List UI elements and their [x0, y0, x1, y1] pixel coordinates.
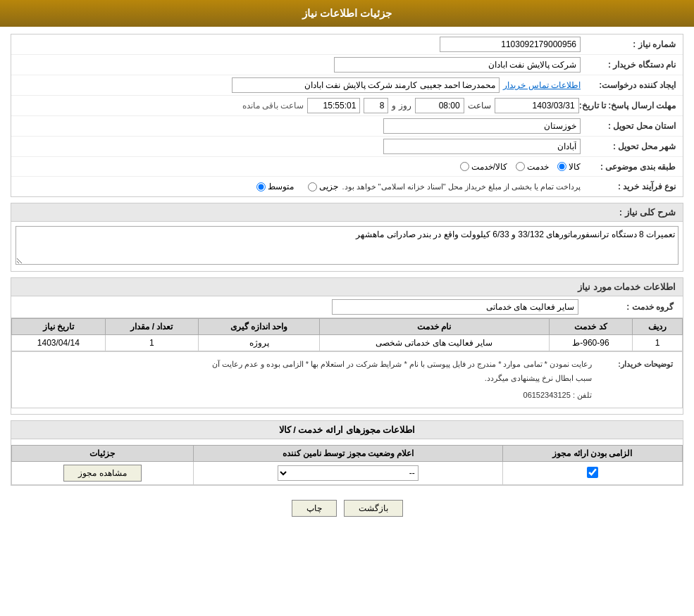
sharh-textarea[interactable]	[16, 226, 678, 265]
shahr-row: شهر محل تحویل :	[11, 137, 683, 157]
tabaghe-value-cell: کالا/خدمت خدمت کالا	[15, 162, 581, 172]
cell-kod: 960-96-ط	[549, 335, 633, 351]
mohlat-time-input[interactable]	[415, 98, 464, 113]
tabaghe-row: طبقه بندی موضوعی : کالا/خدمت خدمت کالا	[11, 157, 683, 177]
mohlat-saaat-label: ساعت	[468, 101, 491, 111]
process-note: پرداخت تمام یا بخشی از مبلغ خریداز محل "…	[342, 182, 581, 191]
sharh-content	[11, 222, 683, 271]
cell-name: سایر فعالیت های خدماتی شخصی	[320, 335, 550, 351]
khadamat-section: اطلاعات خدمات مورد نیاز گروه خدمت : ردیف…	[11, 277, 683, 415]
license-col-joziat: جزئیات	[12, 446, 194, 462]
mohlat-label: مهلت ارسال پاسخ: تا تاریخ:	[579, 101, 679, 111]
license-table-wrapper: الزامی بودن ارائه مجوز اعلام وضعیت مجوز …	[11, 439, 683, 485]
buyer-notes-phone-row: تلفن : 06152343125	[18, 389, 592, 403]
ostan-row: استان محل تحویل :	[11, 116, 683, 137]
group-khedmat-value-cell	[17, 299, 578, 315]
tabaghe-radio-kala[interactable]	[557, 162, 566, 171]
print-button[interactable]: چاپ	[292, 500, 337, 517]
buyer-notes-line1: رعایت نمودن * تمامی موارد * مندرج در فای…	[18, 358, 592, 372]
process-radio-jozii[interactable]	[308, 182, 317, 191]
mohlat-days-label: روز و	[392, 101, 411, 111]
back-button[interactable]: بازگشت	[344, 500, 403, 517]
ostan-input[interactable]	[383, 118, 581, 134]
mohlat-days-input[interactable]	[364, 98, 388, 113]
shahr-value-cell	[15, 139, 581, 154]
mohlat-date-input[interactable]	[495, 98, 579, 113]
cell-tedad: 1	[105, 335, 199, 351]
tabaghe-option-kala: کالا	[557, 162, 581, 172]
license-title: اطلاعات مجوزهای ارائه خدمت / کالا	[11, 421, 683, 439]
mohlat-value-cell: ساعت روز و ساعت باقی مانده	[15, 98, 579, 113]
col-vahed: واحد اندازه گیری	[199, 319, 320, 335]
cell-radif: 1	[633, 335, 683, 351]
col-name: نام خدمت	[320, 319, 550, 335]
khadamat-title: اطلاعات خدمات مورد نیاز	[11, 278, 683, 296]
no-farayand-label: نوع فرآیند خرید :	[581, 182, 679, 191]
tabaghe-kala-label: کالا	[569, 162, 581, 172]
ostan-label: استان محل تحویل :	[581, 121, 679, 131]
table-row: 1 960-96-ط سایر فعالیت های خدماتی شخصی پ…	[12, 335, 683, 351]
ijad-konande-row: ایجاد کننده درخواست: اطلاعات تماس خریدار	[11, 75, 683, 96]
nam-dastgah-label: نام دستگاه خریدار :	[581, 60, 679, 70]
footer-buttons: بازگشت چاپ	[11, 491, 683, 525]
tabaghe-radio-khedmat[interactable]	[516, 162, 525, 171]
buyer-notes-phone-label: تلفن :	[573, 391, 592, 399]
no-farayand-row: نوع فرآیند خرید : پرداخت تمام یا بخشی از…	[11, 177, 683, 196]
shahr-input[interactable]	[383, 139, 581, 154]
process-motavaset-label: متوسط	[268, 182, 294, 191]
process-radio-group: متوسط جزیی	[256, 182, 338, 191]
group-khedmat-input[interactable]	[332, 299, 578, 315]
process-radio-motavaset[interactable]	[256, 182, 266, 191]
group-khedmat-label: گروه خدمت :	[578, 302, 677, 312]
mohlat-remaining-input[interactable]	[307, 98, 360, 113]
col-radif: ردیف	[633, 319, 683, 335]
license-aelam-cell: --	[193, 462, 502, 485]
tabaghe-khedmat-label: خدمت	[527, 162, 549, 172]
mohlat-row: مهلت ارسال پاسخ: تا تاریخ: ساعت روز و سا…	[11, 96, 683, 116]
shomare-niaz-row: شماره نیاز :	[11, 34, 683, 55]
sharh-section: شرح کلی نیاز :	[11, 203, 683, 272]
process-option-motavaset: متوسط	[256, 182, 294, 191]
col-tarikh: تاریخ نیاز	[12, 319, 106, 335]
tabaghe-option-kala-khedmat: کالا/خدمت	[460, 162, 507, 172]
ijad-konande-label: ایجاد کننده درخواست:	[581, 80, 679, 90]
col-kod: کد خدمت	[549, 319, 633, 335]
shahr-label: شهر محل تحویل :	[581, 142, 679, 151]
buyer-notes-phone: 06152343125	[523, 391, 571, 399]
sharh-textarea-wrapper	[16, 226, 678, 267]
nam-dastgah-input[interactable]	[334, 57, 581, 73]
shomare-niaz-input[interactable]	[440, 37, 581, 52]
col-tedad: تعداد / مقدار	[105, 319, 199, 335]
buyer-notes-label: توضیحات خریدار:	[599, 358, 676, 372]
ijad-konande-value-cell: اطلاعات تماس خریدار	[15, 77, 581, 93]
tabaghe-option-khedmat: خدمت	[516, 162, 549, 172]
license-aelam-select[interactable]: --	[278, 465, 419, 481]
license-joziat-cell: مشاهده مجوز	[12, 462, 194, 485]
contact-info-link[interactable]: اطلاعات تماس خریدار	[503, 80, 581, 90]
ostan-value-cell	[15, 118, 581, 134]
nam-dastgah-row: نام دستگاه خریدار :	[11, 55, 683, 75]
services-table: ردیف کد خدمت نام خدمت واحد اندازه گیری ت…	[11, 318, 683, 351]
main-form-section: شماره نیاز : نام دستگاه خریدار : ایجاد ک…	[11, 34, 683, 197]
page-header: جزئیات اطلاعات نیاز	[0, 0, 694, 27]
tabaghe-radio-kala-khedmat[interactable]	[460, 162, 469, 171]
license-row: -- مشاهده مجوز	[12, 462, 683, 485]
view-license-button[interactable]: مشاهده مجوز	[63, 465, 141, 482]
page-title: جزئیات اطلاعات نیاز	[302, 7, 392, 19]
cell-vahed: پروژه	[199, 335, 320, 351]
process-jozii-label: جزیی	[319, 182, 338, 191]
license-col-elzami: الزامی بودن ارائه مجوز	[502, 446, 682, 462]
license-elzami-checkbox[interactable]	[587, 467, 598, 478]
process-option-jozii: جزیی	[308, 182, 338, 191]
license-section: اطلاعات مجوزهای ارائه خدمت / کالا الزامی…	[11, 420, 683, 486]
license-elzami-cell	[502, 462, 682, 485]
buyer-notes-line2: سبب ابطال نرخ پیشنهادی میگردد.	[18, 372, 592, 386]
page-wrapper: جزئیات اطلاعات نیاز شماره نیاز : نام دست…	[0, 0, 694, 616]
main-content: شماره نیاز : نام دستگاه خریدار : ایجاد ک…	[0, 27, 694, 532]
tabaghe-kala-khedmat-label: کالا/خدمت	[471, 162, 507, 172]
sharh-title: شرح کلی نیاز :	[11, 203, 683, 222]
shomare-niaz-value-cell	[15, 37, 581, 52]
ijad-konande-input[interactable]	[232, 77, 500, 93]
tabaghe-label: طبقه بندی موضوعی :	[581, 162, 679, 172]
tabaghe-radio-group: کالا/خدمت خدمت کالا	[460, 162, 581, 172]
